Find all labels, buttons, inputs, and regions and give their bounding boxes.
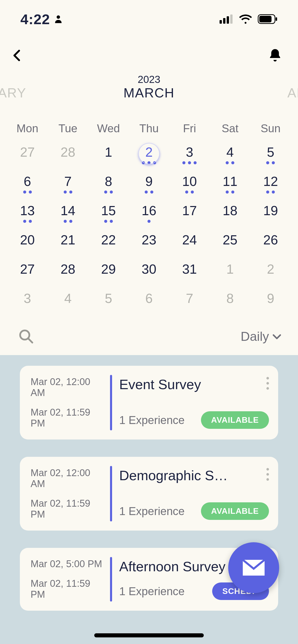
calendar-day[interactable]: 6 — [129, 289, 169, 318]
month-picker[interactable]: 23 UARY 2023 MARCH 20 API — [0, 74, 298, 114]
calendar-day[interactable]: 10 — [169, 172, 210, 201]
day-number: 19 — [263, 203, 278, 218]
event-card[interactable]: Mar 02, 12:00 AMMar 02, 11:59 PMEvent Su… — [20, 366, 278, 440]
event-end: Mar 02, 11:59 PM — [31, 578, 105, 600]
calendar-day[interactable]: 16 — [129, 201, 169, 230]
event-accent-bar — [110, 375, 112, 430]
day-number: 27 — [20, 144, 35, 160]
calendar-day[interactable]: 14 — [48, 201, 88, 230]
calendar-day[interactable]: 23 — [129, 230, 169, 259]
event-list[interactable]: Mar 02, 12:00 AMMar 02, 11:59 PMEvent Su… — [0, 355, 298, 644]
svg-point-0 — [57, 15, 60, 19]
search-button[interactable] — [18, 328, 34, 345]
calendar-day[interactable]: 3 — [169, 142, 210, 172]
event-dots — [64, 191, 72, 194]
back-button[interactable] — [10, 45, 24, 67]
chevron-down-icon — [271, 331, 283, 342]
event-times: Mar 02, 5:00 PMMar 02, 11:59 PM — [29, 559, 105, 600]
event-more-button[interactable] — [266, 377, 269, 390]
status-time-group: 4:22 — [20, 11, 63, 27]
battery-icon — [258, 14, 278, 24]
calendar-day[interactable]: 1 — [88, 142, 129, 172]
event-dot — [272, 191, 275, 194]
next-month[interactable]: 20 API — [287, 74, 298, 100]
calendar-day[interactable]: 28 — [48, 259, 88, 289]
calendar-day[interactable]: 21 — [48, 230, 88, 259]
calendar-day[interactable]: 24 — [169, 230, 210, 259]
event-main: Demographic S…1 ExperienceAVAILABLE — [119, 467, 269, 520]
calendar-day[interactable]: 15 — [88, 201, 129, 230]
calendar-day[interactable]: 20 — [7, 230, 48, 259]
calendar-day[interactable]: 5 — [88, 289, 129, 318]
event-dots — [104, 220, 113, 223]
event-dot — [104, 191, 107, 194]
calendar-day[interactable]: 3 — [7, 289, 48, 318]
event-dot — [23, 191, 26, 194]
search-icon — [18, 328, 34, 344]
calendar-day[interactable]: 26 — [250, 230, 291, 259]
prev-month[interactable]: 23 UARY — [0, 74, 26, 100]
event-dots — [266, 161, 275, 164]
calendar-day[interactable]: 8 — [210, 289, 250, 318]
day-number: 16 — [142, 203, 156, 218]
dow-sat: Sat — [210, 122, 250, 142]
event-more-button[interactable] — [266, 468, 269, 481]
day-number: 4 — [226, 144, 234, 160]
calendar-day[interactable]: 2 — [129, 142, 169, 172]
day-number: 30 — [142, 261, 156, 277]
event-dot — [182, 161, 185, 164]
calendar-week: 13141516171819 — [7, 201, 291, 230]
home-indicator[interactable] — [94, 633, 204, 637]
event-dot — [150, 191, 153, 194]
calendar-day[interactable]: 6 — [7, 172, 48, 201]
compose-fab[interactable] — [228, 542, 279, 593]
day-number: 10 — [182, 174, 197, 189]
event-card[interactable]: Mar 02, 12:00 AMMar 02, 11:59 PMDemograp… — [20, 457, 278, 531]
status-badge-available: AVAILABLE — [201, 411, 269, 429]
calendar-day[interactable]: 7 — [169, 289, 210, 318]
calendar-day[interactable]: 4 — [48, 289, 88, 318]
calendar-day[interactable]: 27 — [7, 259, 48, 289]
day-number: 14 — [61, 203, 75, 218]
calendar-week: 3456789 — [7, 289, 291, 318]
event-main: Event Survey1 ExperienceAVAILABLE — [119, 376, 269, 429]
event-times: Mar 02, 12:00 AMMar 02, 11:59 PM — [29, 467, 105, 520]
dow-wed: Wed — [88, 122, 129, 142]
calendar-day[interactable]: 12 — [250, 172, 291, 201]
day-number: 1 — [105, 144, 112, 160]
day-number: 12 — [263, 174, 278, 189]
calendar-day[interactable]: 8 — [88, 172, 129, 201]
calendar-day[interactable]: 25 — [210, 230, 250, 259]
prev-month-year: 23 — [0, 74, 26, 85]
calendar-day[interactable]: 22 — [88, 230, 129, 259]
calendar-day[interactable]: 19 — [250, 201, 291, 230]
calendar-day[interactable]: 18 — [210, 201, 250, 230]
current-month-year: 2023 — [124, 74, 175, 85]
notifications-button[interactable] — [267, 47, 283, 65]
calendar-day[interactable]: 28 — [48, 142, 88, 172]
calendar-day[interactable]: 9 — [250, 289, 291, 318]
calendar-day[interactable]: 13 — [7, 201, 48, 230]
day-number: 7 — [64, 174, 72, 189]
day-number: 8 — [226, 291, 234, 306]
calendar-day[interactable]: 1 — [210, 259, 250, 289]
kebab-dot — [266, 478, 269, 481]
calendar-day[interactable]: 9 — [129, 172, 169, 201]
calendar-day[interactable]: 7 — [48, 172, 88, 201]
view-toggle[interactable]: Daily — [241, 329, 283, 344]
calendar-day[interactable]: 27 — [7, 142, 48, 172]
calendar-day[interactable]: 17 — [169, 201, 210, 230]
calendar-day[interactable]: 2 — [250, 259, 291, 289]
calendar-day[interactable]: 5 — [250, 142, 291, 172]
day-number: 4 — [64, 291, 72, 306]
event-dots — [185, 191, 194, 194]
calendar-day[interactable]: 11 — [210, 172, 250, 201]
day-number: 18 — [223, 203, 237, 218]
calendar-day[interactable]: 4 — [210, 142, 250, 172]
kebab-dot — [266, 377, 269, 379]
calendar-day[interactable]: 29 — [88, 259, 129, 289]
dow-thu: Thu — [129, 122, 169, 142]
calendar-day[interactable]: 31 — [169, 259, 210, 289]
calendar-day[interactable]: 30 — [129, 259, 169, 289]
day-number: 25 — [223, 232, 237, 247]
